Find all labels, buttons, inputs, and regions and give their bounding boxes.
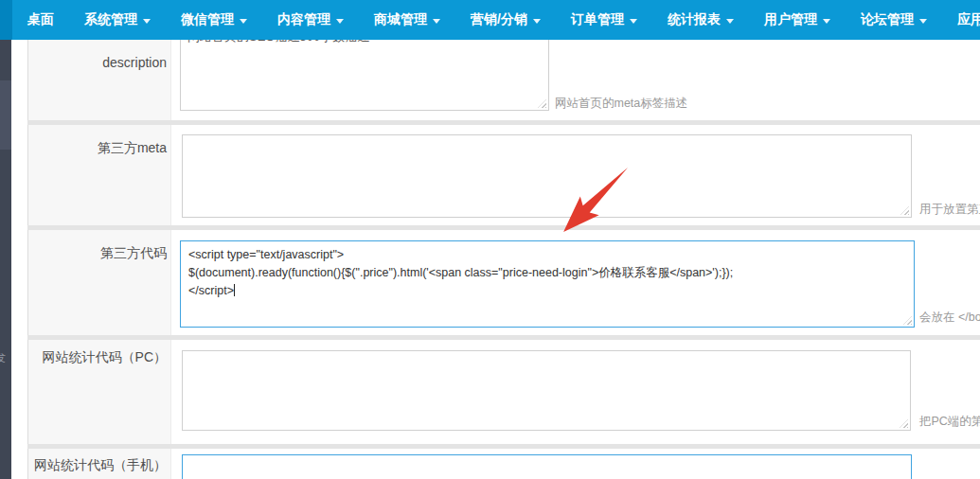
stats-pc-label: 网站统计代码（PC） xyxy=(28,349,167,366)
description-textarea[interactable]: 网站首页的SEO描述500字数描述 xyxy=(180,34,549,111)
third-party-meta-hint: 用于放置第三 xyxy=(919,202,980,218)
third-party-code-value: <script type="text/javascript"> $(docume… xyxy=(188,248,733,297)
chevron-down-icon xyxy=(630,19,637,24)
row-divider xyxy=(27,225,980,230)
nav-item-content[interactable]: 内容管理 xyxy=(262,0,359,40)
chevron-down-icon xyxy=(726,19,734,24)
stats-pc-hint: 把PC端的第 xyxy=(919,414,980,430)
nav-item-users[interactable]: 用户管理 xyxy=(749,0,846,40)
third-party-code-label: 第三方代码 xyxy=(28,245,167,262)
collapsed-sidebar: 发 xyxy=(0,40,11,479)
chevron-down-icon xyxy=(336,19,344,24)
third-party-meta-textarea[interactable] xyxy=(182,134,912,218)
row-divider xyxy=(27,120,980,125)
nav-item-desktop[interactable]: 桌面 xyxy=(12,0,69,40)
chevron-down-icon xyxy=(433,19,440,24)
chevron-down-icon xyxy=(143,19,151,24)
text-cursor xyxy=(234,284,235,296)
nav-item-reports[interactable]: 统计报表 xyxy=(652,0,749,40)
third-party-code-hint: 会放在 </bo xyxy=(919,310,980,326)
nav-corner-block xyxy=(0,0,12,40)
resize-grip-icon[interactable] xyxy=(900,419,908,428)
nav-item-wechat[interactable]: 微信管理 xyxy=(166,0,262,40)
nav-item-system[interactable]: 系统管理 xyxy=(69,0,166,40)
description-hint: 网站首页的meta标签描述 xyxy=(555,96,687,112)
resize-grip-icon[interactable] xyxy=(538,99,546,108)
third-party-code-textarea[interactable]: <script type="text/javascript"> $(docume… xyxy=(180,240,915,328)
row-divider xyxy=(27,444,980,449)
label-cell-description xyxy=(28,40,171,120)
top-nav: 桌面 系统管理 微信管理 内容管理 商城管理 营销/分销 订单管理 统计报表 用… xyxy=(0,0,980,40)
stats-mobile-textarea[interactable] xyxy=(182,454,912,479)
resize-grip-icon[interactable] xyxy=(900,206,909,215)
sidebar-partial-menu-text[interactable]: 发 xyxy=(0,350,6,366)
resize-grip-icon[interactable] xyxy=(903,316,912,325)
nav-item-mall[interactable]: 商城管理 xyxy=(359,0,455,40)
stats-mobile-label: 网站统计代码（手机） xyxy=(28,457,167,474)
description-label: description xyxy=(28,55,167,70)
chevron-down-icon xyxy=(823,19,830,24)
admin-settings-page: description 网站首页的SEO描述500字数描述 网站首页的meta标… xyxy=(0,0,980,479)
chevron-down-icon xyxy=(240,19,247,24)
sidebar-active-block[interactable] xyxy=(0,80,11,150)
nav-item-marketing[interactable]: 营销/分销 xyxy=(455,0,556,40)
chevron-down-icon xyxy=(533,19,541,24)
nav-item-forum[interactable]: 论坛管理 xyxy=(846,0,942,40)
nav-item-plugins[interactable]: 应用插件 xyxy=(942,0,980,40)
third-party-meta-label: 第三方meta xyxy=(28,140,167,157)
stats-pc-textarea[interactable] xyxy=(182,350,911,431)
nav-item-orders[interactable]: 订单管理 xyxy=(556,0,652,40)
chevron-down-icon xyxy=(919,19,927,24)
row-divider xyxy=(27,335,980,340)
